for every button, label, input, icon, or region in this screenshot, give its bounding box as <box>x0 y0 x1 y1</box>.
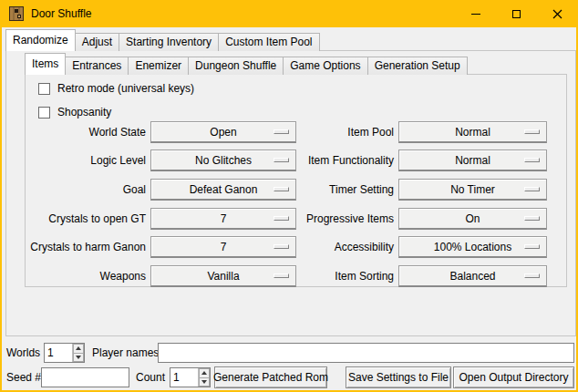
dropdown-value: Open <box>210 123 236 141</box>
main-tabbar: Randomize Adjust Starting Inventory Cust… <box>5 29 319 51</box>
worlds-label: Worlds <box>6 343 40 363</box>
save-settings-button[interactable]: Save Settings to File <box>346 366 451 388</box>
menu-indicator-icon <box>274 273 289 278</box>
item-pool-label: Item Pool <box>294 121 394 143</box>
tab-entrances[interactable]: Entrances <box>65 57 129 75</box>
crystals-ganon-label: Crystals to harm Ganon <box>29 236 146 258</box>
arrow-down-icon <box>76 356 81 359</box>
accessibility-label: Accessibility <box>294 236 394 258</box>
generate-patched-rom-button[interactable]: Generate Patched Rom <box>214 366 327 388</box>
dropdown-value: Normal <box>455 151 490 170</box>
goal-dropdown[interactable]: Defeat Ganon <box>150 179 296 201</box>
menu-indicator-icon <box>524 216 540 221</box>
tab-generation-setup[interactable]: Generation Setup <box>367 57 468 75</box>
item-sorting-dropdown[interactable]: Balanced <box>398 265 547 287</box>
tab-adjust[interactable]: Adjust <box>75 33 119 51</box>
retro-mode-checkbox[interactable] <box>38 83 50 95</box>
item-pool-dropdown[interactable]: Normal <box>398 121 547 143</box>
dropdown-value: 7 <box>221 210 227 228</box>
worlds-spinner <box>72 344 84 362</box>
menu-indicator-icon <box>524 273 540 278</box>
count-input[interactable] <box>170 368 198 387</box>
menu-indicator-icon <box>274 187 289 191</box>
dropdown-value: No Glitches <box>195 151 252 170</box>
count-spin-down-button[interactable] <box>199 377 210 387</box>
open-output-directory-button[interactable]: Open Output Directory <box>453 366 574 388</box>
worlds-spin-up-button[interactable] <box>73 344 84 353</box>
tab-randomize[interactable]: Randomize <box>5 29 76 51</box>
tab-starting-inventory[interactable]: Starting Inventory <box>119 33 219 51</box>
timer-setting-label: Timer Setting <box>294 179 394 201</box>
arrow-up-icon <box>201 371 207 375</box>
count-spinbox <box>170 367 211 387</box>
worlds-spinbox <box>44 343 85 363</box>
player-names-input[interactable] <box>158 343 574 363</box>
progressive-items-dropdown[interactable]: On <box>398 208 547 230</box>
shopsanity-label: Shopsanity <box>57 106 111 119</box>
tab-custom-item-pool[interactable]: Custom Item Pool <box>218 33 319 51</box>
menu-indicator-icon <box>524 158 540 162</box>
dropdown-value: Normal <box>455 123 490 141</box>
crystals-gt-label: Crystals to open GT <box>29 208 146 230</box>
arrow-up-icon <box>76 346 81 350</box>
maximize-icon <box>512 10 521 18</box>
world-state-label: World State <box>29 121 146 143</box>
accessibility-dropdown[interactable]: 100% Locations <box>398 236 547 258</box>
item-functionality-label: Item Functionality <box>294 150 394 171</box>
timer-setting-dropdown[interactable]: No Timer <box>398 179 547 201</box>
randomize-subtabbar: Items Entrances Enemizer Dungeon Shuffle… <box>25 53 467 75</box>
count-label: Count <box>136 367 165 387</box>
weapons-label: Weapons <box>29 265 146 287</box>
tab-game-options[interactable]: Game Options <box>283 57 367 75</box>
menu-indicator-icon <box>274 216 289 221</box>
dropdown-value: Vanilla <box>207 267 239 285</box>
minimize-button[interactable] <box>455 0 496 27</box>
tab-enemizer[interactable]: Enemizer <box>128 57 189 75</box>
close-icon <box>552 9 563 19</box>
dropdown-value: Balanced <box>449 267 495 285</box>
dropdown-value: 100% Locations <box>434 238 511 256</box>
arrow-down-icon <box>201 380 207 384</box>
shopsanity-row: Shopsanity <box>38 105 111 119</box>
goal-label: Goal <box>29 179 146 201</box>
crystals-gt-dropdown[interactable]: 7 <box>150 208 296 230</box>
count-spinner <box>198 368 210 387</box>
tab-items[interactable]: Items <box>25 53 66 75</box>
dropdown-value: Defeat Ganon <box>190 181 258 199</box>
tab-dungeon-shuffle[interactable]: Dungeon Shuffle <box>188 57 284 75</box>
seed-input[interactable] <box>41 367 129 387</box>
close-button[interactable] <box>537 0 578 27</box>
logic-level-dropdown[interactable]: No Glitches <box>150 150 296 171</box>
menu-indicator-icon <box>524 187 540 191</box>
seed-label: Seed # <box>6 367 41 387</box>
maximize-button[interactable] <box>496 0 537 27</box>
dropdown-value: On <box>465 210 480 228</box>
window-title: Door Shuffle <box>31 7 92 20</box>
dropdown-value: 7 <box>221 238 227 256</box>
menu-indicator-icon <box>524 129 540 134</box>
retro-mode-label: Retro mode (universal keys) <box>57 82 194 95</box>
logic-level-label: Logic Level <box>29 150 146 171</box>
weapons-dropdown[interactable]: Vanilla <box>150 265 296 287</box>
window-controls <box>455 0 578 27</box>
progressive-items-label: Progressive Items <box>294 208 394 230</box>
shopsanity-checkbox[interactable] <box>38 107 50 119</box>
item-sorting-label: Item Sorting <box>294 265 394 287</box>
door-icon <box>9 6 24 21</box>
app-window: Door Shuffle Randomize Adjust Starting I… <box>0 0 578 392</box>
worlds-spin-down-button[interactable] <box>73 353 84 363</box>
player-names-label: Player names <box>92 343 159 363</box>
menu-indicator-icon <box>274 129 289 134</box>
world-state-dropdown[interactable]: Open <box>150 121 296 143</box>
minimize-icon <box>471 14 480 15</box>
count-spin-up-button[interactable] <box>199 368 210 377</box>
titlebar: Door Shuffle <box>0 0 578 27</box>
menu-indicator-icon <box>274 244 289 249</box>
item-functionality-dropdown[interactable]: Normal <box>398 150 547 171</box>
crystals-ganon-dropdown[interactable]: 7 <box>150 236 296 258</box>
menu-indicator-icon <box>524 244 540 249</box>
menu-indicator-icon <box>274 158 289 162</box>
worlds-input[interactable] <box>45 344 72 362</box>
retro-mode-row: Retro mode (universal keys) <box>38 81 194 96</box>
dropdown-value: No Timer <box>450 181 495 199</box>
